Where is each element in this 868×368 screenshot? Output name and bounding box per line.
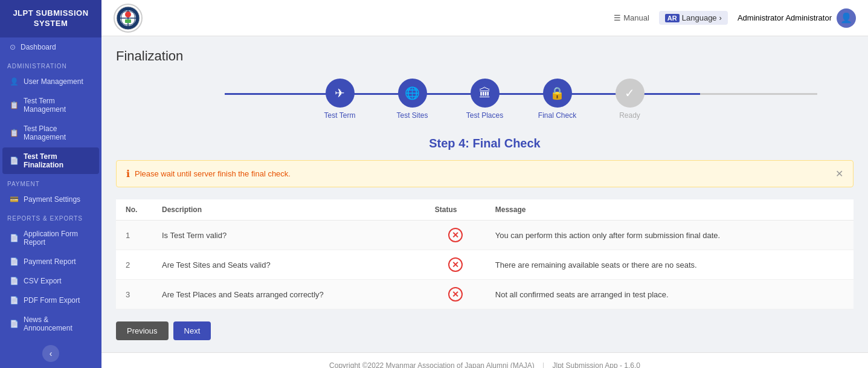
alert-close-button[interactable]: ✕ [835, 168, 843, 179]
col-header-no: No. [116, 199, 152, 221]
col-header-status: Status [425, 199, 486, 221]
cell-no: 1 [116, 221, 152, 250]
payment-icon: 💳 [10, 195, 19, 204]
cell-status: ✕ [425, 221, 486, 250]
step-circle-test-sites: 🌐 [398, 79, 427, 108]
svg-point-2 [125, 11, 131, 18]
footer: Copyright ©2022 Myanmar Association of J… [101, 352, 868, 368]
cell-description: Is Test Term valid? [152, 221, 425, 250]
step-heading: Step 4: Final Check [116, 137, 854, 150]
sidebar-item-application-form-report[interactable]: 📄 Application Form Report [2, 225, 99, 251]
main-content: ☰ Manual AR Language › Administrator Adm… [101, 0, 868, 368]
user-icon: 👤 [10, 77, 19, 86]
sidebar-item-csv-export[interactable]: 📄 CSV Export [2, 272, 99, 290]
avatar: 👤 [837, 8, 856, 28]
table-row: 1Is Test Term valid?✕You can perform thi… [116, 221, 854, 250]
table-row: 2Are Test Sites and Seats valid?✕There a… [116, 250, 854, 280]
manual-icon: ☰ [614, 13, 621, 22]
language-selector[interactable]: AR Language › [659, 11, 728, 25]
cell-description: Are Test Places and Seats arranged corre… [152, 280, 425, 309]
finalization-icon: 📄 [10, 157, 19, 165]
page-title: Finalization [116, 48, 854, 64]
step-test-term[interactable]: ✈ Test Term [304, 79, 376, 120]
sidebar: JLPT SUBMISSION SYSTEM ⊙ Dashboard ADMIN… [0, 0, 101, 368]
action-buttons: Previous Next [116, 321, 854, 340]
step-test-sites[interactable]: 🌐 Test Sites [376, 79, 449, 120]
step-ready[interactable]: ✓ Ready [594, 79, 666, 120]
manual-button[interactable]: ☰ Manual [614, 13, 649, 22]
step-label-test-places: Test Places [466, 111, 503, 120]
cell-status: ✕ [425, 280, 486, 309]
table-row: 3Are Test Places and Seats arranged corr… [116, 280, 854, 309]
error-status-icon: ✕ [448, 228, 463, 242]
footer-copyright: Copyright ©2022 Myanmar Association of J… [329, 361, 535, 368]
svg-rect-3 [125, 19, 131, 23]
csv-icon: 📄 [10, 277, 19, 285]
col-header-message: Message [486, 199, 854, 221]
error-status-icon: ✕ [448, 257, 463, 272]
step-label-test-term: Test Term [324, 111, 356, 120]
news-icon: 📄 [10, 320, 19, 328]
sidebar-item-user-management[interactable]: 👤 User Management [2, 73, 99, 91]
section-label-payment: PAYMENT [0, 175, 101, 190]
next-button[interactable]: Next [173, 321, 211, 340]
previous-button[interactable]: Previous [116, 321, 169, 340]
dashboard-icon: ⊙ [10, 43, 16, 51]
section-label-administration: ADMINISTRATION [0, 57, 101, 72]
footer-divider: | [542, 361, 544, 368]
col-header-description: Description [152, 199, 425, 221]
user-menu[interactable]: Administrator Administrator 👤 [738, 8, 856, 28]
pdf-icon: 📄 [10, 296, 19, 305]
cell-no: 2 [116, 250, 152, 280]
calendar-icon: 📋 [10, 101, 19, 109]
lang-badge: AR [665, 14, 680, 22]
cell-message: There are remaining available seats or t… [486, 250, 854, 280]
chevron-right-icon: › [719, 13, 722, 22]
step-circle-test-places: 🏛 [471, 79, 500, 108]
sidebar-item-news[interactable]: 📄 News & Announcement [2, 311, 99, 337]
step-label-final-check: Final Check [538, 111, 576, 120]
stepper: ✈ Test Term 🌐 Test Sites 🏛 Test Places 🔒… [116, 79, 854, 120]
cell-message: You can perform this action only after f… [486, 221, 854, 250]
step-label-ready: Ready [619, 111, 640, 120]
cell-no: 3 [116, 280, 152, 309]
check-table: No. Description Status Message 1Is Test … [116, 199, 854, 309]
cell-message: Not all confirmed seats are arranged in … [486, 280, 854, 309]
sidebar-item-payment-report[interactable]: 📄 Payment Report [2, 253, 99, 271]
payment-report-icon: 📄 [10, 257, 19, 266]
cell-status: ✕ [425, 250, 486, 280]
sidebar-item-test-term-finalization[interactable]: 📄 Test Term Finalization [2, 147, 99, 174]
topbar-actions: ☰ Manual AR Language › Administrator Adm… [614, 8, 856, 28]
alert-text: Please wait until server finish the fina… [135, 169, 291, 178]
footer-version: Jlpt Submission App - 1.6.0 [553, 361, 640, 368]
topbar: ☰ Manual AR Language › Administrator Adm… [101, 0, 868, 36]
section-label-reports: REPORTS & EXPORTS [0, 209, 101, 224]
step-circle-final-check: 🔒 [543, 79, 572, 108]
sidebar-item-pdf-export[interactable]: 📄 PDF Form Export [2, 291, 99, 309]
error-status-icon: ✕ [448, 287, 463, 302]
alert-message: ℹ Please wait until server finish the fi… [116, 160, 854, 187]
sidebar-item-dashboard[interactable]: ⊙ Dashboard [2, 38, 99, 56]
sidebar-title: JLPT SUBMISSION SYSTEM [0, 0, 101, 37]
sidebar-item-test-term-management[interactable]: 📋 Test Term Management [2, 92, 99, 118]
cell-description: Are Test Sites and Seats valid? [152, 250, 425, 280]
step-final-check[interactable]: 🔒 Final Check [521, 79, 594, 120]
alert-icon: ℹ [126, 168, 130, 179]
report-icon: 📄 [10, 234, 19, 242]
step-circle-test-term: ✈ [326, 79, 355, 108]
logo [114, 4, 143, 33]
step-label-test-sites: Test Sites [396, 111, 428, 120]
sidebar-collapse-button[interactable]: ‹ [42, 345, 59, 362]
location-icon: 📋 [10, 129, 19, 137]
step-test-places[interactable]: 🏛 Test Places [449, 79, 521, 120]
page-content: Finalization ✈ Test Term 🌐 Test Sites 🏛 … [101, 36, 868, 352]
step-circle-ready: ✓ [616, 79, 645, 108]
sidebar-item-payment-settings[interactable]: 💳 Payment Settings [2, 190, 99, 208]
sidebar-item-test-place-management[interactable]: 📋 Test Place Management [2, 120, 99, 146]
